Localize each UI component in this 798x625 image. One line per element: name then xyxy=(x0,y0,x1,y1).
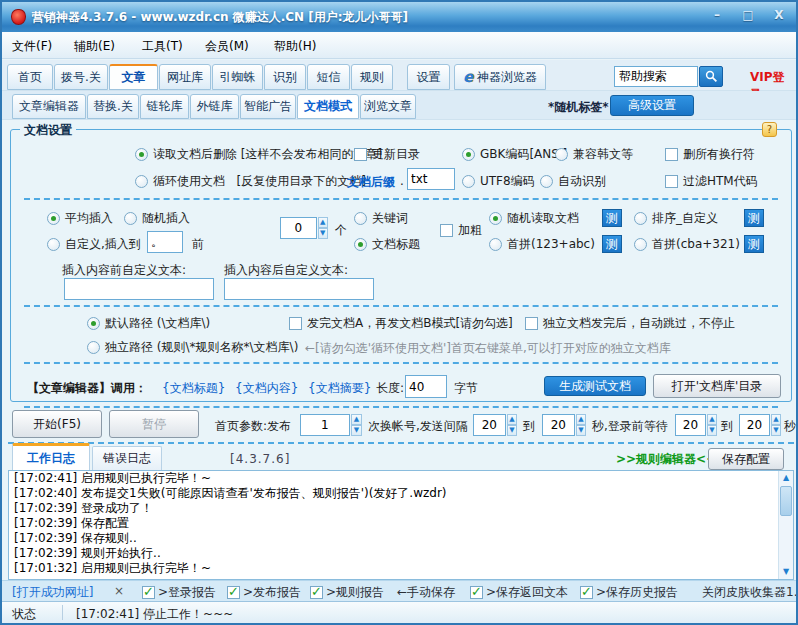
scroll-up-icon[interactable]: ▲ xyxy=(779,471,793,485)
tab-article[interactable]: 文章 xyxy=(109,64,158,90)
open-doc-dir-button[interactable]: 打开'文档库'目录 xyxy=(653,374,781,398)
down-arrow-icon[interactable]: ▼ xyxy=(351,425,362,436)
help-icon[interactable]: ? xyxy=(762,122,777,137)
checkbox-save-return[interactable]: >保存返回文本 xyxy=(470,584,568,601)
radio-auto-detect[interactable]: 自动识别 xyxy=(540,173,606,189)
tab-settings[interactable]: 设置 xyxy=(407,64,450,90)
tab-spider[interactable]: 引蜘蛛 xyxy=(212,64,263,90)
radio-loop-doc[interactable]: 循环使用文档 [反复使用目录下的文档] xyxy=(135,173,366,189)
radio-keyword[interactable]: 关键词 xyxy=(354,210,408,226)
advanced-settings-button[interactable]: 高级设置 xyxy=(610,95,694,116)
up-arrow-icon[interactable]: ▲ xyxy=(318,217,329,228)
radio-indep-path[interactable]: 独立路径 (规则\*规则名称*\文档库\) xyxy=(87,339,298,355)
scrollbar-thumb[interactable] xyxy=(780,486,792,516)
checkbox-update-dir[interactable]: 更新目录 xyxy=(354,146,420,162)
before-text-input[interactable] xyxy=(64,278,214,300)
test-button-pinyin-cba[interactable]: 测 xyxy=(744,235,764,253)
interval-to-input[interactable] xyxy=(542,414,575,436)
radio-sort-custom[interactable]: 排序_自定义 xyxy=(634,210,718,226)
tab-doc-mode[interactable]: 文档模式 xyxy=(297,94,359,119)
radio-rand-read[interactable]: 随机读取文档 xyxy=(489,210,579,226)
save-config-button[interactable]: 保存配置 xyxy=(708,448,784,470)
generate-test-doc-button[interactable]: 生成测试文档 xyxy=(544,376,646,396)
test-button-rand-read[interactable]: 测 xyxy=(602,209,622,227)
up-arrow-icon[interactable]: ▲ xyxy=(771,414,781,425)
tab-linkwheel[interactable]: 链轮库 xyxy=(140,94,189,119)
scroll-down-icon[interactable]: ▼ xyxy=(779,565,793,579)
tab-url-lib[interactable]: 网址库 xyxy=(159,64,211,90)
interval-from-input[interactable] xyxy=(473,414,506,436)
down-arrow-icon[interactable]: ▼ xyxy=(707,425,717,436)
menu-tools[interactable]: 工具(T) xyxy=(142,38,183,55)
stepper-arrows[interactable]: ▲▼ xyxy=(771,414,781,436)
radio-read-delete[interactable]: 读取文档后删除 [这样不会发布相同的文章] xyxy=(135,146,382,162)
tag-doc-content-link[interactable]: {文档内容} xyxy=(235,380,298,397)
menu-help[interactable]: 帮助(H) xyxy=(274,38,316,55)
pause-button[interactable]: 暂停 xyxy=(109,410,199,438)
interval-to-stepper[interactable]: ▲▼ xyxy=(542,414,586,436)
checkbox-save-history[interactable]: >保存历史报告 xyxy=(580,584,678,601)
test-button-sort-custom[interactable]: 测 xyxy=(744,209,764,227)
tab-dial[interactable]: 拨号.关 xyxy=(54,64,108,90)
up-arrow-icon[interactable]: ▲ xyxy=(707,414,717,425)
radio-pinyin-abc[interactable]: 首拼(123+abc) xyxy=(489,236,595,252)
search-button[interactable] xyxy=(699,66,723,87)
radio-rand-insert[interactable]: 随机插入 xyxy=(124,210,190,226)
wait-from-stepper[interactable]: ▲▼ xyxy=(675,414,717,436)
work-log-list[interactable]: [17:02:41] 启用规则已执行完毕！~ [17:02:40] 发布提交1失… xyxy=(8,470,794,580)
suffix-input[interactable] xyxy=(407,168,455,190)
menu-assist[interactable]: 辅助(E) xyxy=(74,38,115,55)
tab-replace[interactable]: 替换.关 xyxy=(87,94,139,119)
maximize-button[interactable]: □ xyxy=(735,6,761,24)
length-input[interactable] xyxy=(405,375,447,398)
tab-browser[interactable]: e 神器浏览器 xyxy=(454,64,546,90)
checkbox-del-breaks[interactable]: 删所有换行符 xyxy=(665,146,755,162)
stepper-arrows[interactable]: ▲▼ xyxy=(707,414,717,436)
wait-to-input[interactable] xyxy=(739,414,770,436)
radio-gbk[interactable]: GBK编码[ANSI] xyxy=(462,146,567,162)
checkbox-bold[interactable]: 加粗 xyxy=(440,222,482,238)
tab-sms[interactable]: 短信 xyxy=(307,64,350,90)
help-search-input[interactable] xyxy=(614,66,698,87)
interval-from-stepper[interactable]: ▲▼ xyxy=(473,414,517,436)
menu-file[interactable]: 文件(F) xyxy=(12,38,52,55)
custom-char-input[interactable] xyxy=(147,231,183,253)
manual-save-label[interactable]: ←手动保存 xyxy=(397,584,455,601)
radio-utf8[interactable]: UTF8编码 xyxy=(462,173,535,189)
log-scrollbar[interactable]: ▲ ▼ xyxy=(778,471,793,579)
radio-doc-title[interactable]: 文档标题 xyxy=(354,236,420,252)
checkbox-filter-htm[interactable]: 过滤HTM代码 xyxy=(665,173,758,189)
tab-home[interactable]: 首页 xyxy=(7,64,53,90)
radio-custom-insert[interactable]: 自定义,插入到 xyxy=(47,236,141,252)
stepper-arrows[interactable]: ▲▼ xyxy=(576,414,586,436)
down-arrow-icon[interactable]: ▼ xyxy=(771,425,781,436)
random-tag-label[interactable]: *随机标签* xyxy=(548,99,609,116)
tab-work-log[interactable]: 工作日志 xyxy=(12,443,90,470)
tab-rules[interactable]: 规则 xyxy=(351,64,393,90)
radio-korean[interactable]: 兼容韩文等 xyxy=(555,146,633,162)
wait-to-stepper[interactable]: ▲▼ xyxy=(739,414,781,436)
insert-count-stepper[interactable]: ▲▼ xyxy=(280,217,328,239)
publish-count-stepper[interactable]: ▲▼ xyxy=(300,414,362,436)
down-arrow-icon[interactable]: ▼ xyxy=(576,425,586,436)
tab-extlinks[interactable]: 外链库 xyxy=(190,94,239,119)
close-button[interactable]: X xyxy=(766,6,792,24)
tag-doc-title-link[interactable]: {文档标题} xyxy=(162,380,225,397)
insert-count-input[interactable] xyxy=(280,217,317,239)
minimize-button[interactable]: – xyxy=(704,6,730,24)
menu-member[interactable]: 会员(M) xyxy=(205,38,249,55)
test-button-pinyin-abc[interactable]: 测 xyxy=(602,235,622,253)
down-arrow-icon[interactable]: ▼ xyxy=(507,425,517,436)
checkbox-ab-mode[interactable]: 发完文档A，再发文档B模式[请勿勾选] xyxy=(289,315,513,331)
stepper-arrows[interactable]: ▲▼ xyxy=(507,414,517,436)
radio-avg-insert[interactable]: 平均插入 xyxy=(47,210,113,226)
checkbox-indep-skip[interactable]: 独立文档发完后，自动跳过，不停止 xyxy=(525,315,735,331)
checkbox-publish-report[interactable]: >发布报告 xyxy=(227,584,301,601)
tab-article-editor[interactable]: 文章编辑器 xyxy=(12,94,86,119)
up-arrow-icon[interactable]: ▲ xyxy=(507,414,517,425)
clear-x-button[interactable]: × xyxy=(114,584,124,598)
radio-default-path[interactable]: 默认路径 (\文档库\) xyxy=(87,315,210,331)
tab-browse-article[interactable]: 浏览文章 xyxy=(360,94,416,119)
stepper-arrows[interactable]: ▲▼ xyxy=(318,217,329,239)
publish-count-input[interactable] xyxy=(300,414,350,436)
